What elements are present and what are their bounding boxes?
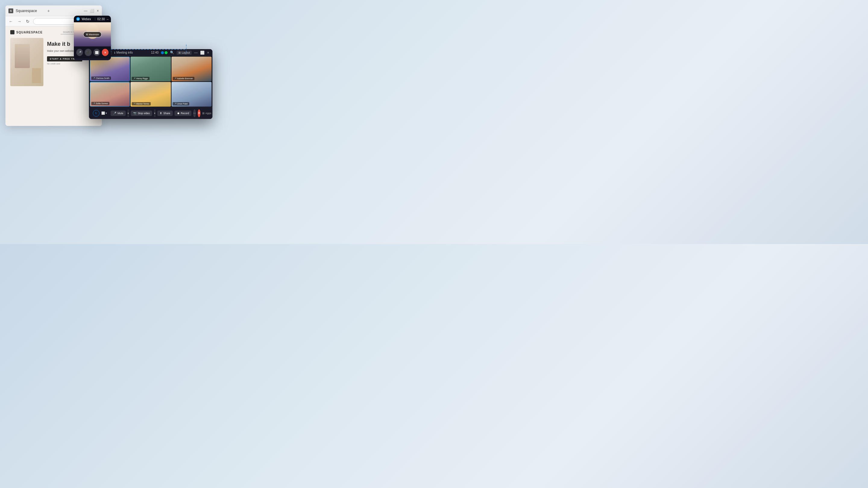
participant-name-4: Marise Torres [136,103,149,105]
participant-mic-icon-3: 🎤 [93,102,95,104]
end-call-icon: ✕ [198,111,200,115]
browser-favicon: S [8,8,13,13]
share-label: Share [163,112,170,115]
participant-mic-icon-5: 🎤 [174,103,176,105]
video-cell-umar-patel: 🎤Umar Patel [172,82,212,107]
mute-button[interactable]: 🎤 Mute [111,110,126,116]
layout-label: Layout [182,51,190,54]
stop-video-label: Stop video [138,112,150,115]
apps-icon: ⊞ [202,112,205,115]
end-call-button[interactable]: ✕ [198,109,200,117]
maximize-button[interactable]: ⊞ Maximize [83,32,102,37]
video-dropdown[interactable]: ▾ [154,109,156,117]
mini-webex-collapse-button[interactable]: – [107,17,108,21]
participant-name-2: Isabelle Brennan [177,77,193,79]
main-webex-close[interactable]: × [207,51,209,55]
record-label: Record [181,112,189,115]
meeting-time: 12:40 [151,51,158,54]
status-dot-green [164,51,167,54]
mini-webex-video-area: ⊞ Maximize [74,22,111,46]
webex-toolbar: ↻ ⬜▾ 🎤 Mute ▾ 📷 Stop video ▾ ⬆ Share ⏺ R… [89,107,212,119]
browser-refresh-button[interactable]: ↻ [25,19,31,24]
mute-icon: 🎤 [113,112,116,115]
meeting-info-button[interactable]: ℹ Meeting info [114,51,133,54]
participant-name-0: Clarissa Smith [96,77,110,79]
video-cell-sofia-gomez: 🎤Sofia Gomez [90,82,130,107]
toolbar-left-tools: ↻ ⬜▾ [93,110,107,117]
mini-screen-share-button[interactable]: ⬛ [85,49,91,56]
webex-search-button[interactable]: 🔍 [170,51,174,55]
participant-name-1: Henry Riggs [136,77,148,79]
apps-button[interactable]: ⊞ Apps [202,112,211,115]
activity-spinner[interactable]: ↻ [93,110,99,117]
share-icon: ⬆ [160,112,162,115]
status-dots [161,51,167,54]
titlebar-divider [112,51,112,55]
mini-end-call-button[interactable]: ✕ [102,49,108,56]
browser-address-bar[interactable] [33,18,78,25]
participant-name-5: Umar Patel [177,103,188,105]
participant-mic-icon-0: 🎤 [93,77,95,79]
participant-mic-icon-1: 🎤 [133,77,135,79]
video-grid: 🎤Clarissa Smith🎤Henry Riggs🎤Isabelle Bre… [89,56,212,107]
mini-webex-logo: W [76,17,80,21]
mini-webex-window: W Webex | 02:30 – ⊞ Maximize 🎤 ⬛ ⬜ ✕ [74,16,111,60]
video-cell-marise-torres: 🎤Marise Torres [130,82,170,107]
participant-name-tag-2: 🎤Isabelle Brennan [173,77,195,80]
participant-name-tag-1: 🎤Henry Riggs [132,77,150,80]
squarespace-hero-image [10,38,43,86]
mute-label: Mute [118,112,123,115]
participant-name-3: Sofia Gomez [96,102,108,104]
browser-tab-label: Squarespace [16,9,45,13]
more-options-icon: ··· [193,111,195,115]
mute-dropdown[interactable]: ▾ [127,109,129,117]
maximize-label: Maximize [89,33,99,36]
share-button[interactable]: ⬆ Share [157,110,173,116]
stop-video-button[interactable]: 📷 Stop video [131,110,152,116]
squarespace-logo-icon [10,30,14,34]
mini-webex-controls: 🎤 ⬛ ⬜ ✕ [74,46,111,59]
meeting-info-label: Meeting info [116,51,133,54]
browser-titlebar: S Squarespace + — ⬜ × [5,5,102,16]
browser-back-button[interactable]: ← [8,19,14,24]
video-cell-henry-riggs: 🎤Henry Riggs [130,57,170,82]
maximize-icon: ⊞ [86,33,88,36]
video-cell-isabelle-brennan: 🎤Isabelle Brennan [172,57,212,82]
browser-window-minimize[interactable]: — [84,9,87,13]
new-tab-button[interactable]: + [47,8,50,13]
squarespace-small-text: No credit card [47,63,82,65]
mini-webex-timer: 02:30 [97,18,105,21]
mini-webex-app-name: Webex [82,18,93,21]
browser-window-maximize[interactable]: ⬜ [90,9,94,13]
meeting-info-icon: ℹ [114,51,115,54]
participant-name-tag-4: 🎤Marise Torres [132,102,150,105]
record-icon: ⏺ [177,112,180,115]
participant-mic-icon-2: 🎤 [174,77,176,79]
browser-forward-button[interactable]: → [16,19,22,24]
layout-button[interactable]: ⊞ Layout [177,51,192,55]
browser-window-close[interactable]: × [97,9,99,13]
main-webex-maximize[interactable]: ⬜ [200,51,205,55]
mini-camera-button[interactable]: ⬜ [93,49,100,56]
participant-name-tag-3: 🎤Sofia Gomez [91,102,110,105]
record-button[interactable]: ⏺ Record [175,110,191,116]
more-options-button[interactable]: ··· [193,109,195,117]
participant-name-tag-0: 🎤Clarissa Smith [91,76,111,80]
captions-button[interactable]: ⬜▾ [101,111,107,115]
mini-webex-titlebar: W Webex | 02:30 – [74,16,111,22]
main-webex-minimize[interactable]: — [194,51,198,55]
squarespace-logo: SQUARESPACE [10,30,43,34]
status-dot-blue [161,51,164,54]
video-cell-clarissa-smith: 🎤Clarissa Smith [90,57,130,82]
stop-video-icon: 📷 [133,112,136,115]
apps-label: Apps [206,112,211,115]
participant-mic-icon-4: 🎤 [133,103,135,105]
participant-name-tag-5: 🎤Umar Patel [173,102,189,105]
layout-icon: ⊞ [179,51,181,54]
mini-mute-button[interactable]: 🎤 [76,49,83,56]
